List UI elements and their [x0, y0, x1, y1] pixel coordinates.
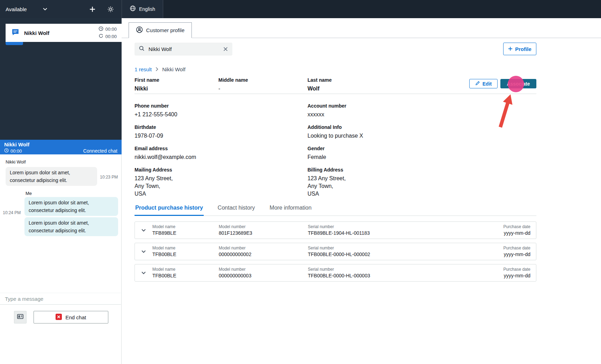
breadcrumb-results-link[interactable]: 1 result [135, 66, 152, 72]
additional-info-value: Looking to purchase X [307, 132, 472, 140]
model-name-value: TFB00BLE [152, 251, 176, 257]
agent-status-dropdown[interactable]: Available [6, 6, 47, 12]
session-status-badge: Connected chat [83, 148, 117, 154]
gender-label: Gender [307, 145, 472, 152]
contact-sidebar: Nikki Wolf 00:00 00:00 Nikki Wolf [0, 18, 122, 364]
clock-icon [99, 26, 103, 32]
purchase-history-list: Model name TFB89BLE Model number 801F123… [135, 221, 536, 285]
phone-number-label: Phone number [135, 103, 299, 109]
email-value: nikki.wolf@example.com [135, 153, 299, 161]
message-input[interactable] [4, 296, 117, 302]
purchase-row[interactable]: Model name TFB89BLE Model number 801F123… [135, 221, 536, 239]
outgoing-message-bubble: Lorem ipsum dolor sit amet, consectetur … [24, 217, 118, 236]
customer-profile-app: Customer profile Profile 1 result Nikki … [122, 18, 601, 364]
contact-timers: 00:00 00:00 [99, 26, 117, 39]
agent-workspace: Available [0, 0, 601, 364]
first-name-label: First name [135, 77, 218, 83]
chat-contact-card[interactable]: Nikki Wolf 00:00 00:00 [6, 24, 122, 42]
birthdate-label: Birthdate [135, 124, 299, 130]
birthdate-value: 1978-07-09 [135, 132, 299, 140]
chat-conversation-panel: Nikki Wolf Lorem ipsum dolor sit amet, c… [0, 154, 122, 364]
mailing-address-line: 123 Any Street, [135, 175, 299, 182]
person-circle-icon [136, 26, 143, 34]
search-input[interactable] [148, 46, 219, 52]
middle-name-value: - [218, 85, 307, 93]
add-profile-button[interactable]: Profile [503, 43, 536, 55]
model-number-label: Model number [219, 224, 252, 229]
last-name-value: Wolf [307, 85, 412, 93]
chevron-down-icon [43, 8, 47, 10]
purchase-row[interactable]: Model name TFB00BLE Model number 0000000… [135, 264, 536, 282]
model-number-value: 000000000002 [219, 251, 251, 257]
agent-status-label: Available [6, 6, 27, 12]
model-number-label: Model number [219, 267, 251, 272]
tab-contact-history[interactable]: Contact history [217, 203, 256, 216]
tab-customer-profile-label: Customer profile [146, 27, 184, 33]
chevron-right-icon [155, 66, 158, 72]
serial-number-label: Serial number [308, 246, 370, 250]
plus-icon [508, 46, 513, 52]
expand-chevron-icon[interactable] [140, 248, 147, 255]
breadcrumb: 1 result Nikki Wolf [135, 66, 186, 72]
history-tabstrip: Product purchase history Contact history… [135, 203, 536, 216]
top-navigation-bar: Available [0, 0, 601, 18]
serial-number-label: Serial number [308, 224, 370, 229]
section-divider [135, 94, 536, 94]
app-tabstrip: Customer profile [122, 22, 601, 38]
identity-fields: First name Nikki Middle name - Last name… [135, 77, 412, 93]
contact-card-icon [17, 313, 24, 321]
expand-chevron-icon[interactable] [140, 226, 147, 234]
incoming-message-time: 10:23 PM [100, 175, 118, 180]
tab-product-purchase-history[interactable]: Product purchase history [135, 203, 204, 216]
billing-address-line: USA [307, 190, 472, 198]
clock-icon [4, 148, 9, 154]
last-name-label: Last name [307, 77, 412, 83]
purchase-row[interactable]: Model name TFB00BLE Model number 0000000… [135, 243, 536, 260]
customer-search [135, 43, 232, 56]
message-sender-name: Nikki Wolf [6, 159, 26, 165]
search-icon [139, 45, 145, 53]
serial-number-label: Serial number [308, 267, 370, 272]
total-timer-value: 00:00 [105, 27, 117, 32]
active-contact-indicator [6, 42, 23, 45]
tab-more-information[interactable]: More information [269, 203, 312, 216]
expand-chevron-icon[interactable] [140, 269, 147, 277]
new-task-button[interactable] [87, 4, 97, 14]
customer-profile-card-button[interactable] [14, 311, 27, 323]
purchase-date-label: Purchase date [504, 246, 530, 250]
serial-number-value: TFB00BLE-0000-HL-000002 [308, 251, 370, 257]
chat-bubble-icon [11, 28, 20, 38]
end-chat-label: End chat [65, 314, 86, 320]
model-number-value: 801F123689E3 [219, 230, 252, 236]
purchase-date-label: Purchase date [504, 267, 530, 272]
clear-search-icon[interactable] [222, 45, 229, 53]
details-column-right: Account number xxxxxx Additional Info Lo… [307, 103, 472, 203]
agent-status-section: Available [0, 0, 122, 18]
tab-customer-profile[interactable]: Customer profile [129, 22, 192, 38]
mailing-address-label: Mailing Address [135, 167, 299, 173]
account-number-label: Account number [307, 103, 472, 109]
end-chat-button[interactable]: End chat [34, 311, 108, 323]
topbar-spacer [163, 0, 601, 18]
outgoing-message-bubble: Lorem ipsum dolor sit amet, consectetur … [24, 197, 118, 216]
first-name-value: Nikki [135, 85, 218, 93]
contact-name: Nikki Wolf [24, 30, 49, 36]
email-label: Email address [135, 145, 299, 152]
topbar-icon-group [87, 4, 115, 14]
account-number-value: xxxxxx [307, 111, 472, 118]
gender-value: Female [307, 153, 472, 161]
model-name-label: Model name [152, 224, 176, 229]
settings-gear-icon[interactable] [106, 4, 115, 14]
session-timer-value: 00:00 [10, 148, 22, 154]
incoming-message-bubble: Lorem ipsum dolor sit amet, consectetur … [6, 167, 97, 186]
language-selector[interactable]: English [122, 0, 163, 18]
associate-button[interactable]: Associate [500, 79, 536, 88]
session-contact-name: Nikki Wolf [4, 141, 117, 147]
globe-icon [130, 5, 136, 13]
end-chat-x-icon [56, 314, 62, 321]
edit-button[interactable]: Edit [469, 79, 498, 88]
me-sender-label: Me [26, 191, 32, 196]
language-label: English [139, 6, 155, 12]
purchase-date-value: yyyy-mm-dd [504, 230, 530, 236]
message-composer [0, 293, 121, 305]
